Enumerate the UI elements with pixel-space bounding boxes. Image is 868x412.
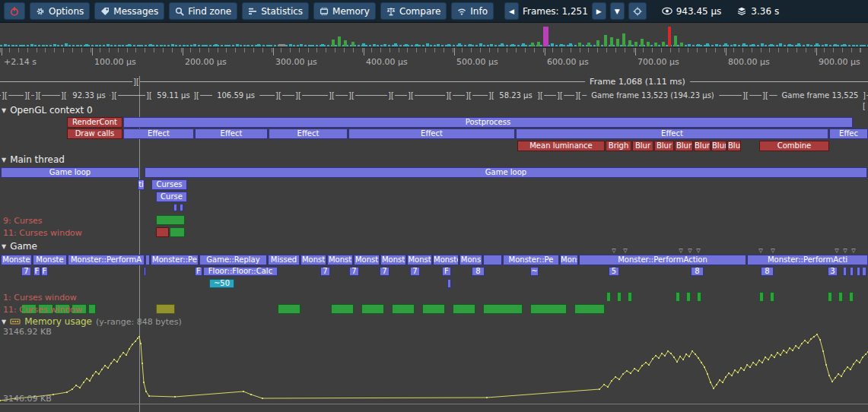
frame-bar[interactable]: [825, 44, 828, 46]
frame-bar[interactable]: [733, 44, 736, 46]
compare-button[interactable]: Compare: [380, 2, 447, 20]
zone-bar[interactable]: Brigh: [606, 141, 631, 151]
section-main-thread[interactable]: ▼Main thread: [2, 154, 65, 165]
zone-bar[interactable]: [422, 304, 445, 314]
frame-bar[interactable]: [654, 43, 657, 46]
frame-bar[interactable]: [770, 44, 773, 46]
frame-bar[interactable]: [628, 40, 631, 46]
zone-bar[interactable]: Blur: [727, 141, 741, 151]
frame-bar[interactable]: [85, 44, 88, 46]
zone-bar[interactable]: Blur: [675, 141, 693, 151]
statistics-button[interactable]: Statistics: [242, 2, 309, 20]
zone-bar[interactable]: Effect: [516, 128, 828, 139]
zone-bar[interactable]: [857, 267, 860, 276]
frame-bar[interactable]: [362, 43, 365, 46]
zone-bar[interactable]: Curse: [156, 192, 187, 202]
zone-bar[interactable]: [180, 204, 183, 211]
frame-bar[interactable]: [30, 44, 33, 46]
zone-bar[interactable]: ~50: [209, 279, 234, 288]
frame-bar[interactable]: [490, 44, 493, 46]
frame-bar[interactable]: [578, 43, 581, 46]
zone-bar[interactable]: [331, 304, 354, 314]
frame-bar[interactable]: [715, 44, 718, 46]
frame-bar[interactable]: [706, 43, 709, 46]
frame-bar[interactable]: [95, 45, 98, 46]
zone-bar[interactable]: [862, 267, 866, 276]
frame-bar[interactable]: [171, 44, 174, 46]
frame-bar[interactable]: [458, 43, 461, 46]
zone-bar[interactable]: Effect: [348, 128, 515, 139]
frame-bar[interactable]: [797, 43, 800, 46]
zone-bar[interactable]: Mons: [459, 255, 482, 265]
zone-bar[interactable]: [828, 292, 832, 302]
frame-bar[interactable]: [394, 43, 397, 46]
zone-bar[interactable]: [843, 267, 847, 276]
zone-bar[interactable]: [173, 204, 177, 211]
frame-bar[interactable]: [479, 43, 482, 46]
frame-bar[interactable]: [107, 44, 110, 46]
zone-bar[interactable]: Mean luminance: [517, 141, 605, 151]
zone-bar[interactable]: Monste: [1, 255, 32, 265]
zone-bar[interactable]: Monster::Pe: [151, 255, 199, 265]
zone-bar[interactable]: [156, 227, 169, 237]
frame-bar[interactable]: [537, 42, 540, 46]
zone-bar[interactable]: Draw calls: [67, 128, 122, 139]
frame-bar[interactable]: [53, 44, 56, 46]
frame-bar[interactable]: [522, 43, 525, 46]
frame-bar[interactable]: [160, 45, 163, 46]
frame-bar[interactable]: [310, 45, 313, 46]
zone-bar[interactable]: 8: [761, 267, 774, 276]
frame-bar[interactable]: [861, 45, 864, 46]
crosshair-button[interactable]: [628, 2, 647, 20]
zone-bar[interactable]: [686, 292, 691, 302]
frame-bar[interactable]: [469, 44, 472, 46]
zone-bar[interactable]: Combine: [759, 141, 829, 151]
frame-bar[interactable]: [138, 45, 141, 46]
zone-bar[interactable]: Monst: [407, 255, 432, 265]
section-opengl-context[interactable]: ▼OpenGL context 0: [2, 105, 93, 116]
zone-bar[interactable]: [676, 292, 680, 302]
subframe-band[interactable]: ][][][][][][][][][][][][][][][][][][][][…: [0, 90, 868, 102]
zone-bar[interactable]: [156, 304, 175, 314]
frame-bar[interactable]: [641, 39, 644, 46]
frame-bar[interactable]: [405, 44, 408, 46]
zone-bar[interactable]: [483, 304, 523, 314]
frame-bar[interactable]: [587, 43, 590, 46]
zone-bar[interactable]: Monst: [354, 255, 380, 265]
frame-bar[interactable]: [65, 43, 68, 46]
frame-bar[interactable]: [76, 45, 79, 46]
zone-bar[interactable]: Curses: [151, 179, 187, 190]
frame-bar[interactable]: [688, 44, 691, 46]
frame-band[interactable]: ][Frame 1,068 (1.11 ms): [0, 76, 868, 88]
frame-bar[interactable]: [560, 44, 563, 46]
frame-bar[interactable]: [204, 45, 207, 46]
frame-bar[interactable]: [806, 44, 809, 46]
zone-bar[interactable]: F: [33, 267, 40, 276]
zone-bar[interactable]: [453, 304, 475, 314]
zone-bar[interactable]: [447, 279, 451, 288]
frame-bar[interactable]: [257, 44, 260, 46]
frame-bar[interactable]: [415, 44, 418, 46]
zone-bar[interactable]: Floor::Floor::Calc: [203, 267, 278, 276]
zone-bar[interactable]: [697, 292, 701, 302]
frame-bar[interactable]: [761, 43, 764, 46]
zone-bar[interactable]: [628, 292, 632, 302]
zone-bar[interactable]: Monst: [380, 255, 406, 265]
zone-bar[interactable]: RenderCont: [67, 117, 122, 128]
zone-bar[interactable]: [838, 292, 843, 302]
zone-bar[interactable]: [278, 304, 300, 314]
zone-bar[interactable]: F: [41, 267, 48, 276]
zone-bar[interactable]: Game loop: [145, 167, 867, 178]
zone-bar[interactable]: F: [195, 267, 202, 276]
zone-bar[interactable]: Game loop: [1, 167, 139, 178]
zone-bar[interactable]: ti: [138, 179, 145, 190]
info-button[interactable]: Info: [451, 2, 494, 20]
zone-bar[interactable]: 7: [320, 267, 330, 276]
frame-bar[interactable]: [551, 43, 554, 46]
frame-bar[interactable]: [193, 44, 196, 46]
zone-bar[interactable]: [850, 267, 854, 276]
frame-bar[interactable]: [569, 43, 572, 46]
zone-bar[interactable]: F: [442, 267, 451, 276]
frame-bar[interactable]: [511, 44, 514, 46]
frame-bar[interactable]: [268, 45, 271, 46]
